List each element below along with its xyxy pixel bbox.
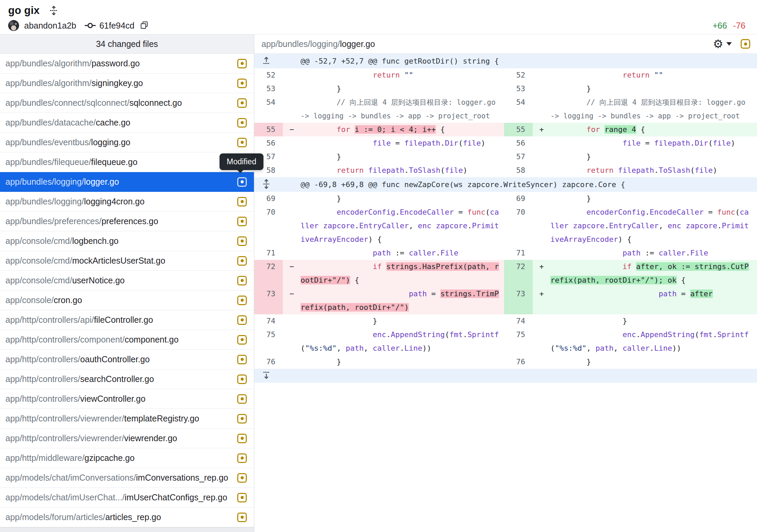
diff-cell-left: 58 return filepath.ToSlash(file) [254,164,504,177]
file-row[interactable]: app/models/forum/articles/articles_rep.g… [0,508,254,527]
diff-row: 58 return filepath.ToSlash(file)58 retur… [254,164,757,177]
line-number: 75 [504,328,533,355]
expand-up-icon [262,55,271,67]
code-token: ( [301,344,305,352]
file-row[interactable]: app/bundles/logging/logging4cron.go [0,192,254,212]
modified-icon [237,177,247,187]
code-token: return [373,71,400,79]
line-body: file = filepath.Dir(file) [533,136,757,150]
code-token: file [713,139,731,147]
code-token: ToSlash [409,166,440,174]
file-row[interactable]: app/http/controllers/oauthController.go [0,350,254,369]
line-number: 76 [504,355,533,369]
file-row[interactable]: app/http/controllers/searchController.go [0,369,254,389]
copy-icon[interactable] [140,21,149,30]
file-row[interactable]: app/http/controllers/viewrender/viewrend… [0,429,254,448]
file-row[interactable]: app/models/chat/imUserChat.../imUserChat… [0,488,254,508]
move-handle-icon[interactable] [49,5,59,16]
context-marker [283,192,301,205]
modified-icon [237,79,247,88]
file-row[interactable]: app/bundles/eventbus/logging.go [0,133,254,152]
code-token: file [623,139,641,147]
code-token [550,166,586,174]
code-token: path [595,344,613,352]
gear-icon: ⚙ [713,38,723,50]
diff-cell-right: 72+ if after, ok := strings.CutPrefix(pa… [504,260,757,287]
diff-cell-right: 53 } [504,82,757,96]
code-token: } [301,358,341,366]
chevron-down-icon [726,42,732,46]
file-row[interactable]: app/console/cmd/userNotice.go [0,271,254,290]
code-token: path [623,249,641,257]
expand-down-button[interactable] [254,370,301,381]
modified-icon [237,375,247,384]
code-token: // 向上回退 4 层到达项目根目录: logger.go [337,98,496,106]
code-token: . [713,330,717,339]
diff-panel: app/bundles/logging/logger.go ⚙ @@ -52,7… [254,34,757,532]
file-row[interactable]: app/bundles/algorithm/signingkey.go [0,73,254,93]
code-token: -> logging -> bundles -> app -> project_… [550,112,740,120]
code-token: ) [713,166,717,174]
line-number: 52 [254,68,283,82]
code-token: caller [373,344,400,352]
code-token: return [586,166,613,174]
code-token [631,262,636,271]
diff-cell-right: 54 // 向上回退 4 层到达项目根目录: logger.go -> logg… [504,96,757,123]
code-token: ) { [618,235,632,244]
file-row[interactable]: app/models/chat/imConversations/imConver… [0,468,254,488]
code-token: := [641,249,659,257]
file-row[interactable]: app/http/controllers/viewController.go [0,389,254,409]
file-row[interactable]: app/bundles/algorithm/password.go [0,54,254,73]
file-row[interactable]: app/bundles/connect/sqlconnect/sqlconnec… [0,93,254,113]
expand-bar [254,369,757,383]
file-name: userNotice.go [72,276,125,285]
file-dir: app/models/chat/imUserChat.../ [5,493,125,502]
code-token: enc [373,330,386,339]
file-row[interactable]: app/http/middleware/gzipcache.go [0,448,254,468]
removed-marker: − [283,123,301,136]
file-row[interactable]: app/console/cmd/logbench.go [0,231,254,251]
diff-cell-left: 56 file = filepath.Dir(file) [254,136,504,150]
expand-both-button[interactable] [254,179,301,190]
modified-icon [237,315,247,325]
code-token: ( [458,139,463,147]
file-row[interactable]: app/console/cron.go [0,290,254,310]
code-line: if after, ok := strings.CutPrefix(path, … [550,260,753,287]
diff-settings-button[interactable]: ⚙ [713,38,732,50]
code-line: return "" [301,68,503,82]
diff-cell-right: 69 } [504,192,757,205]
code-token: return [337,166,364,174]
code-token: } [550,84,591,93]
code-token: func [467,208,485,216]
context-marker [283,328,301,355]
code-token [431,221,436,230]
file-row[interactable]: app/http/controllers/api/fileController.… [0,310,254,330]
code-token: Line [404,344,422,352]
file-row[interactable]: app/bundles/filequeue/filequeue.go [0,152,254,172]
code-token: caller [409,249,436,257]
code-token: , [586,344,596,352]
file-dir: app/bundles/logging/ [5,177,84,187]
file-row[interactable]: app/http/controllers/viewrender/template… [0,409,254,429]
code-token: path [373,249,391,257]
code-token [550,208,586,216]
code-token: "" [654,71,663,79]
file-row[interactable]: app/bundles/preferences/preferences.go [0,212,254,231]
expand-up-button[interactable] [254,55,301,67]
diff-row: 72− if strings.HasPrefix(path, rootDir+"… [254,260,757,287]
code-token: path [409,289,427,298]
code-line: } [301,82,503,96]
code-token [649,71,654,79]
code-token: encoderConfig [586,208,645,216]
file-dir: app/models/forum/articles/ [5,512,105,522]
file-row[interactable]: app/bundles/datacache/cache.go [0,113,254,133]
file-row[interactable]: app/console/cmd/mockArticlesUserStat.go [0,251,254,271]
file-row[interactable]: app/bundles/logging/logger.go [0,172,254,192]
code-token: Dir [445,139,458,147]
code-token: ( [485,208,490,216]
file-row[interactable]: app/http/controllers/component/component… [0,330,254,350]
code-line: } [301,314,503,328]
code-token [301,71,373,79]
code-token: } [301,84,341,93]
context-marker [283,68,301,82]
